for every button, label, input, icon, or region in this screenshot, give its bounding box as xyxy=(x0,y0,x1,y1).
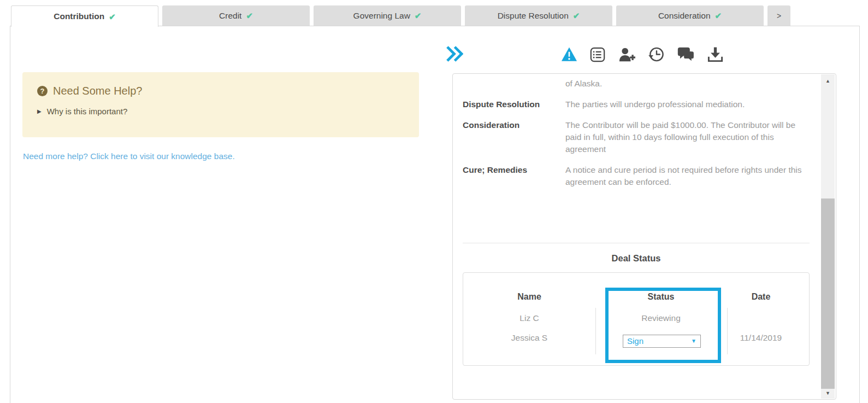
column-divider xyxy=(727,308,728,354)
help-title: Need Some Help? xyxy=(53,85,142,97)
date-cell: 11/14/2019 xyxy=(740,332,782,344)
dropdown-caret-icon: ▼ xyxy=(691,335,696,347)
summary-field-consideration: Consideration The Contributor will be pa… xyxy=(463,119,810,155)
deal-status-table: Name Status Date Liz C Reviewing Jessica… xyxy=(463,272,810,366)
clipped-text-line: of Alaska. xyxy=(565,78,810,90)
knowledge-base-link[interactable]: Need more help? Click here to visit our … xyxy=(23,151,235,161)
question-circle-icon: ? xyxy=(37,86,48,96)
document-scrollbar[interactable]: ▲ ▼ xyxy=(821,74,835,399)
tab-label: Credit xyxy=(219,11,241,21)
help-box: ? Need Some Help? ▶ Why is this importan… xyxy=(22,72,419,137)
name-cell: Jessica S xyxy=(511,332,547,344)
warning-icon[interactable] xyxy=(561,46,577,62)
check-icon: ✔ xyxy=(415,11,422,20)
tab-dispute-resolution[interactable]: Dispute Resolution ✔ xyxy=(465,5,612,26)
status-select-value: Sign xyxy=(627,335,643,347)
summary-field-cure-remedies: Cure; Remedies A notice and cure period … xyxy=(463,164,810,188)
name-cell: Liz C xyxy=(519,312,539,324)
terms-list-icon[interactable] xyxy=(589,46,606,63)
column-header-date: Date xyxy=(752,291,771,303)
section-divider xyxy=(463,243,810,243)
summary-field-dispute-resolution: Dispute Resolution The parties will unde… xyxy=(463,98,810,110)
history-icon[interactable] xyxy=(648,46,665,63)
collapse-panel-button[interactable] xyxy=(445,45,463,62)
field-text: The Contributor will be paid $1000.00. T… xyxy=(565,119,810,155)
field-term: Dispute Resolution xyxy=(463,98,565,110)
caret-right-icon: ▶ xyxy=(37,109,42,114)
tab-label: Contribution xyxy=(54,11,104,21)
main-panel: ? Need Some Help? ▶ Why is this importan… xyxy=(10,26,860,403)
check-icon: ✔ xyxy=(715,11,722,20)
tab-label: Consideration xyxy=(658,11,711,21)
document-summary-content: of Alaska. Dispute Resolution The partie… xyxy=(463,78,810,366)
chevron-right-icon: > xyxy=(777,11,781,20)
tab-bar: Contribution ✔ Credit ✔ Governing Law ✔ … xyxy=(11,5,790,27)
status-select[interactable]: Sign ▼ xyxy=(623,335,701,348)
check-icon: ✔ xyxy=(246,11,253,20)
comments-icon[interactable] xyxy=(677,46,695,63)
tab-overflow-button[interactable]: > xyxy=(767,5,790,26)
tab-consideration[interactable]: Consideration ✔ xyxy=(616,5,764,26)
tab-credit[interactable]: Credit ✔ xyxy=(162,5,310,26)
scroll-down-button[interactable]: ▼ xyxy=(821,389,835,398)
help-expander-label: Why is this important? xyxy=(47,107,128,116)
double-chevron-right-icon xyxy=(445,45,463,62)
field-text: The parties will undergo professional me… xyxy=(565,98,810,110)
field-text: A notice and cure period is not required… xyxy=(565,164,810,188)
document-summary-card: of Alaska. Dispute Resolution The partie… xyxy=(452,73,836,400)
tab-label: Governing Law xyxy=(353,11,410,21)
column-header-name: Name xyxy=(517,291,541,303)
tab-governing-law[interactable]: Governing Law ✔ xyxy=(314,5,461,26)
document-toolbar xyxy=(561,46,724,63)
tab-contribution[interactable]: Contribution ✔ xyxy=(11,5,158,27)
help-title-row: ? Need Some Help? xyxy=(37,85,404,97)
deal-status-title: Deal Status xyxy=(463,252,810,264)
field-term: Cure; Remedies xyxy=(463,164,565,188)
check-icon: ✔ xyxy=(573,11,580,20)
help-expander[interactable]: ▶ Why is this important? xyxy=(37,107,404,116)
scrollbar-thumb[interactable] xyxy=(821,198,835,389)
column-divider xyxy=(595,308,596,354)
scroll-up-button[interactable]: ▲ xyxy=(821,77,835,85)
download-icon[interactable] xyxy=(707,46,724,63)
field-term: Consideration xyxy=(463,119,565,155)
add-user-icon[interactable] xyxy=(618,46,636,63)
status-cell: Reviewing xyxy=(641,312,681,324)
column-header-status: Status xyxy=(648,291,675,303)
check-icon: ✔ xyxy=(109,13,116,21)
tab-label: Dispute Resolution xyxy=(498,11,569,21)
